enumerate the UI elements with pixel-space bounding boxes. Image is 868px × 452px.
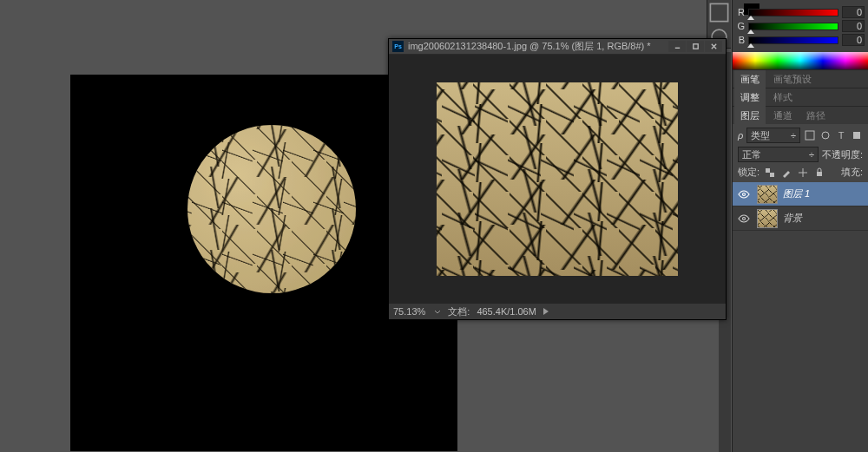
brush-panel: 画笔 画笔预设 [733,69,868,88]
svg-rect-2 [693,44,697,49]
layer-item[interactable]: 图层 1 [733,182,868,206]
tab-styles[interactable]: 样式 [767,88,799,107]
svg-point-9 [743,193,746,195]
layer-thumbnail [757,185,778,204]
color-panel: R 0 G 0 B 0 [733,0,868,52]
document-statusbar: 75.13% 文档:465.4K/1.06M [389,304,726,319]
filter-type-label: 类型 [751,129,770,142]
document-titlebar[interactable]: Ps img200602131238480-1.jpg @ 75.1% (图层 … [389,39,726,55]
doc-size-value: 465.4K/1.06M [477,306,536,317]
layer-item[interactable]: 背景 [733,206,868,231]
circular-mask-image [187,125,356,293]
lock-position-icon[interactable] [797,167,809,179]
b-value[interactable]: 0 [842,34,865,46]
b-label: B [736,35,745,45]
dock-icon-a[interactable] [707,0,731,24]
document-title: img200602131238480-1.jpg @ 75.1% (图层 1, … [408,40,668,53]
window-controls [668,41,722,52]
fill-label[interactable]: 填充: [841,166,863,179]
svg-point-10 [743,217,746,219]
b-slider[interactable] [748,36,838,44]
layer-list: 图层 1 背景 [733,182,868,231]
maximize-button[interactable] [687,41,704,52]
tab-layers[interactable]: 图层 [734,107,766,125]
tab-paths[interactable]: 路径 [800,107,832,125]
filter-adjust-icon[interactable] [819,129,832,141]
layer-options: ρ 类型 ÷ T 正常 ÷ 不透明度: 锁定: [733,124,868,182]
svg-rect-7 [770,173,774,177]
blend-mode-select[interactable]: 正常 ÷ [738,147,819,162]
document-viewport[interactable] [389,55,726,304]
filter-pixel-icon[interactable] [804,129,816,141]
document-window: Ps img200602131238480-1.jpg @ 75.1% (图层 … [388,38,727,320]
tab-channels[interactable]: 通道 [767,107,799,125]
g-value[interactable]: 0 [842,20,865,32]
info-chevron-icon[interactable] [434,306,441,317]
svg-rect-5 [853,132,860,139]
svg-rect-3 [806,131,814,140]
minimize-button[interactable] [668,41,686,52]
g-slider[interactable] [748,23,838,30]
opacity-label[interactable]: 不透明度: [822,148,863,161]
layer-thumbnail [757,209,778,228]
svg-point-4 [822,132,829,139]
photoshop-icon: Ps [392,41,404,52]
filter-type-icon[interactable]: T [835,129,847,141]
layer-name[interactable]: 图层 1 [783,187,868,200]
r-slider[interactable] [748,9,838,16]
lock-label: 锁定: [738,166,760,179]
document-image [437,82,678,276]
lock-paint-icon[interactable] [780,167,792,179]
g-label: G [736,21,745,31]
adjustments-panel: 调整 样式 [733,88,868,106]
color-spectrum[interactable] [733,52,868,69]
layers-panel: 图层 通道 路径 ρ 类型 ÷ T 正常 ÷ 不透明度: [733,106,868,231]
right-panel: R 0 G 0 B 0 画笔 画笔预设 调整 样式 图层 通 [732,0,868,452]
lock-transparent-icon[interactable] [764,167,776,179]
svg-rect-6 [766,168,770,173]
lock-all-icon[interactable] [813,167,825,179]
visibility-eye-icon[interactable] [736,190,752,199]
doc-size-label: 文档: [448,305,470,318]
cracked-earth-texture [187,125,356,293]
zoom-value[interactable]: 75.13% [393,306,425,317]
blend-mode-value: 正常 [742,148,761,161]
close-button[interactable] [705,41,722,52]
play-icon[interactable] [543,308,549,315]
layer-name[interactable]: 背景 [783,212,868,225]
visibility-eye-icon[interactable] [736,214,752,223]
filter-type-select[interactable]: 类型 ÷ [746,128,800,143]
tab-adjustments[interactable]: 调整 [734,88,766,107]
svg-rect-0 [710,3,727,21]
svg-rect-8 [817,172,822,176]
r-value[interactable]: 0 [842,6,865,18]
tab-brush[interactable]: 画笔 [734,70,766,88]
filter-shape-icon[interactable] [851,129,863,141]
tab-brush-presets[interactable]: 画笔预设 [767,70,818,88]
filter-search-icon[interactable]: ρ [738,130,743,141]
